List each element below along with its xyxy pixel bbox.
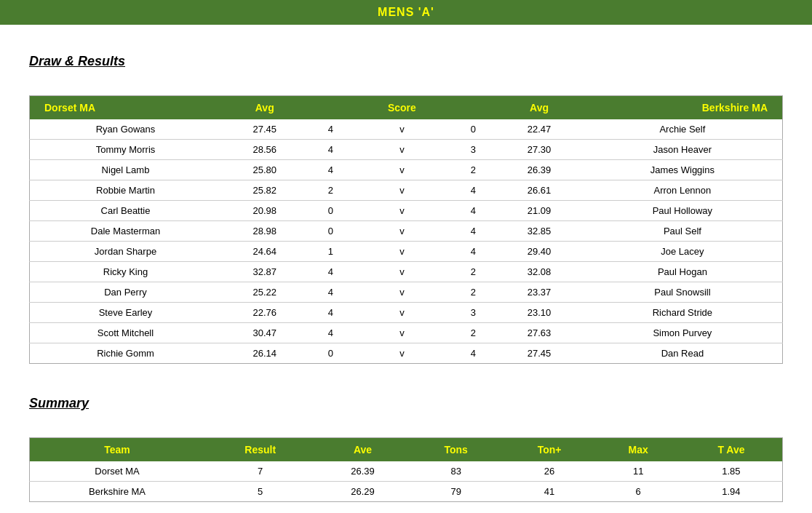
avg-left: 25.22 [221,282,308,303]
table-row: Richie Gomm 26.14 0 v 4 27.45 Dan Read [30,343,783,364]
summary-col-header: Ave [316,438,409,462]
vs-separator: v [353,221,450,242]
avg-right: 29.40 [495,242,582,262]
player-left: Dan Perry [30,282,222,303]
score-left: 1 [308,242,353,262]
vs-separator: v [353,119,450,140]
avg-left: 32.87 [221,262,308,282]
avg-right: 26.39 [495,160,582,180]
avg-right: 23.10 [495,303,582,323]
col-dorset-ma: Dorset MA [30,96,222,120]
col-score-l [308,96,353,120]
summary-col-header: Max [597,438,680,462]
list-item: Berkshire MA 5 26.29 79 41 6 1.94 [30,482,783,502]
header-bar: MENS 'A' [0,0,812,25]
list-item: Dorset MA 7 26.39 83 26 11 1.85 [30,461,783,482]
player-left: Nigel Lamb [30,160,222,180]
score-right: 3 [450,140,495,160]
avg-left: 26.14 [221,343,308,364]
col-avg-left: Avg [221,96,308,120]
player-left: Ryan Gowans [30,119,222,140]
score-right: 2 [450,160,495,180]
player-left: Carl Beattie [30,201,222,221]
table-row: Jordan Sharpe 24.64 1 v 4 29.40 Joe Lace… [30,242,783,262]
vs-separator: v [353,201,450,221]
score-left: 4 [308,119,353,140]
score-left: 2 [308,180,353,201]
avg-right: 21.09 [495,201,582,221]
score-right: 2 [450,282,495,303]
player-left: Richie Gomm [30,343,222,364]
player-right: Simon Purvey [583,323,783,343]
avg-left: 28.98 [221,221,308,242]
vs-separator: v [353,323,450,343]
score-left: 4 [308,160,353,180]
table-row: Robbie Martin 25.82 2 v 4 26.61 Arron Le… [30,180,783,201]
player-right: Archie Self [583,119,783,140]
summary-tons: 79 [410,482,503,502]
score-left: 4 [308,140,353,160]
score-right: 4 [450,201,495,221]
table-row: Tommy Morris 28.56 4 v 3 27.30 Jason Hea… [30,140,783,160]
score-left: 0 [308,343,353,364]
player-right: Jason Heaver [583,140,783,160]
score-right: 4 [450,343,495,364]
player-right: Paul Self [583,221,783,242]
summary-col-header: T Ave [680,438,783,462]
avg-left: 27.45 [221,119,308,140]
avg-left: 30.47 [221,323,308,343]
avg-left: 25.82 [221,180,308,201]
summary-ave: 26.29 [316,482,409,502]
player-left: Dale Masterman [30,221,222,242]
summary-col-header: Tons [410,438,503,462]
table-row: Dale Masterman 28.98 0 v 4 32.85 Paul Se… [30,221,783,242]
results-table: Dorset MA Avg Score Avg Berkshire MA Rya… [29,95,783,364]
avg-left: 20.98 [221,201,308,221]
summary-team: Berkshire MA [30,482,205,502]
table-row: Ricky King 32.87 4 v 2 32.08 Paul Hogan [30,262,783,282]
summary-ave: 26.39 [316,461,409,482]
avg-right: 27.63 [495,323,582,343]
avg-left: 24.64 [221,242,308,262]
table-row: Nigel Lamb 25.80 4 v 2 26.39 James Wiggi… [30,160,783,180]
score-right: 2 [450,323,495,343]
summary-table: TeamResultAveTonsTon+MaxT Ave Dorset MA … [29,437,783,502]
player-right: James Wiggins [583,160,783,180]
draw-results-title: Draw & Results [29,54,783,69]
col-score-label: Score [353,96,450,120]
table-row: Scott Mitchell 30.47 4 v 2 27.63 Simon P… [30,323,783,343]
player-right: Paul Snowsill [583,282,783,303]
score-left: 4 [308,262,353,282]
score-right: 4 [450,221,495,242]
col-avg-right: Avg [495,96,582,120]
summary-max: 11 [597,461,680,482]
avg-right: 32.08 [495,262,582,282]
vs-separator: v [353,282,450,303]
vs-separator: v [353,242,450,262]
score-left: 0 [308,201,353,221]
vs-separator: v [353,160,450,180]
summary-max: 6 [597,482,680,502]
score-right: 4 [450,242,495,262]
summary-header-row: TeamResultAveTonsTon+MaxT Ave [30,438,783,462]
score-right: 3 [450,303,495,323]
vs-separator: v [353,343,450,364]
vs-separator: v [353,262,450,282]
summary-title: Summary [29,396,783,411]
summary-tons: 83 [410,461,503,482]
col-score-r [450,96,495,120]
avg-left: 22.76 [221,303,308,323]
score-left: 4 [308,282,353,303]
avg-left: 25.80 [221,160,308,180]
player-left: Tommy Morris [30,140,222,160]
player-right: Dan Read [583,343,783,364]
player-left: Ricky King [30,262,222,282]
col-berkshire-ma: Berkshire MA [583,96,783,120]
avg-right: 27.45 [495,343,582,364]
player-left: Scott Mitchell [30,323,222,343]
table-row: Steve Earley 22.76 4 v 3 23.10 Richard S… [30,303,783,323]
player-left: Steve Earley [30,303,222,323]
vs-separator: v [353,180,450,201]
score-left: 0 [308,221,353,242]
score-left: 4 [308,303,353,323]
